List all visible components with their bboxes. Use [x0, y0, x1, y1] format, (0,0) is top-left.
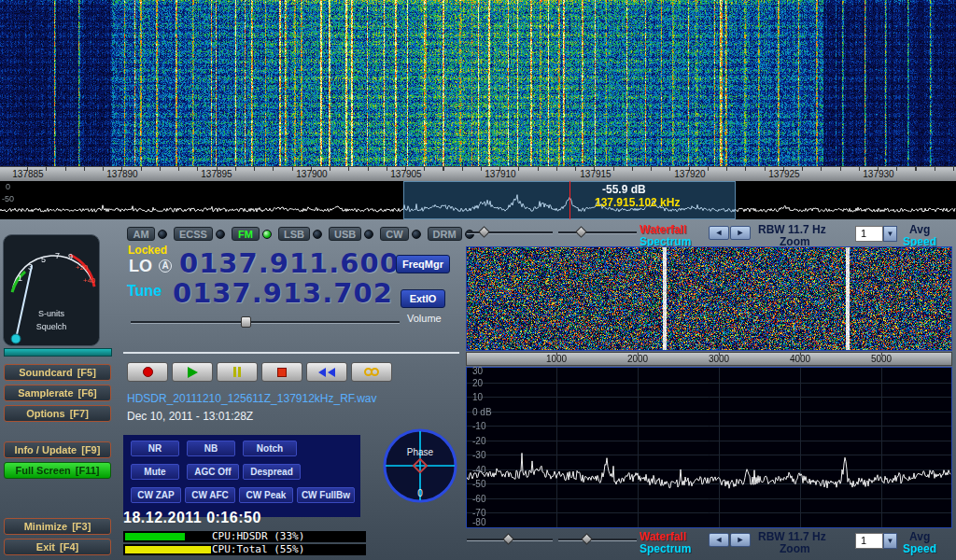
zoom-left-arrow[interactable]: ◄ — [709, 226, 729, 240]
speed-select-arrow[interactable]: ▼ — [883, 226, 897, 242]
freqmgr-button[interactable]: FreqMgr — [396, 255, 450, 273]
audio-frequency-scale[interactable]: 1000 2000 3000 4000 5000 — [466, 352, 952, 366]
zoom-left-arrow[interactable]: ◄ — [709, 533, 729, 547]
speed-select[interactable]: 1 — [855, 533, 883, 549]
cw-peak-button[interactable]: CW Peak — [239, 487, 293, 503]
rf-waterfall-display[interactable] — [0, 0, 956, 166]
db-tick: 0 dB — [472, 407, 492, 417]
volume-label: Volume — [407, 313, 442, 324]
hdsdr-window: 137885 137890 137895 137900 137905 13791… — [0, 0, 956, 560]
mode-cw-button[interactable]: CW — [380, 227, 408, 241]
mode-ecss-led — [216, 230, 225, 239]
volume-slider[interactable] — [131, 315, 400, 329]
freq-tick: 137900 — [296, 169, 327, 179]
minimize-button[interactable]: Minimize[F3] — [4, 518, 111, 535]
audio-freq-tick: 2000 — [627, 354, 648, 364]
pause-button[interactable] — [217, 362, 258, 382]
mode-am-led — [158, 230, 167, 239]
slider-thumb[interactable] — [502, 533, 514, 545]
audio-waterfall-display[interactable] — [467, 247, 951, 350]
slider-thumb[interactable] — [575, 226, 587, 238]
zoom-right-arrow[interactable]: ► — [730, 226, 751, 240]
slider-thumb[interactable] — [478, 226, 490, 238]
options-button[interactable]: Options[F7] — [4, 405, 111, 422]
notch-button[interactable]: Notch — [243, 441, 297, 456]
freq-tick: 137910 — [485, 169, 515, 179]
spectrum-label: Spectrum — [640, 542, 691, 555]
nb-button[interactable]: NB — [187, 441, 235, 456]
mode-ecss-button[interactable]: ECSS — [174, 227, 213, 241]
rewind-icon — [328, 368, 335, 377]
mode-fm-led — [262, 230, 272, 239]
separator-line — [123, 352, 459, 354]
nr-button[interactable]: NR — [131, 441, 179, 456]
contrast-slider[interactable] — [558, 533, 637, 546]
tune-cursor-line — [569, 181, 570, 219]
speed-select[interactable]: 1 — [855, 226, 883, 242]
waterfall-controls-bottom: Waterfall Spectrum ◄ ► RBW 11.7 Hz Zoom … — [464, 530, 956, 554]
contrast-slider[interactable] — [558, 226, 637, 239]
record-button[interactable] — [127, 362, 168, 382]
squelch-level-bar[interactable] — [4, 348, 112, 357]
stop-button[interactable] — [261, 362, 302, 382]
recorder-transport — [127, 362, 392, 382]
phase-label: Phase — [407, 447, 434, 457]
mode-lsb-led — [313, 230, 322, 239]
rf-spectrum-strip[interactable]: 0 -50 -55.9 dB 137.915.102 kHz — [0, 181, 956, 219]
mute-button[interactable]: Mute — [131, 464, 179, 480]
exit-button[interactable]: Exit[F4] — [4, 539, 111, 555]
db-tick: 30 — [472, 366, 483, 376]
button-label: Samplerate — [18, 387, 73, 399]
smeter-tick: 7 — [55, 251, 60, 260]
play-button[interactable] — [172, 362, 213, 382]
audio-freq-tick: 1000 — [546, 354, 567, 364]
extio-button[interactable]: ExtIO — [401, 289, 445, 308]
audio-waterfall-frame — [466, 246, 952, 351]
brightness-slider[interactable] — [467, 226, 553, 239]
mode-fm-button[interactable]: FM — [232, 227, 260, 241]
cw-afc-button[interactable]: CW AFC — [185, 487, 235, 503]
cpu-hdsdr-meter: CPU:HDSDR (33%) — [123, 531, 366, 542]
agc-button[interactable]: AGC Off — [187, 464, 239, 480]
volume-slider-thumb[interactable] — [241, 316, 251, 328]
fullscreen-button[interactable]: Full Screen[F11] — [4, 462, 111, 479]
loop-icon — [371, 368, 379, 376]
strip-axis-label: -50 — [2, 194, 14, 203]
button-label: Info / Update — [15, 444, 77, 455]
waterfall-label: Waterfall — [640, 530, 686, 543]
cpu-total-meter: CPU:Total (55%) — [123, 544, 366, 555]
lo-frequency-display[interactable]: 0137.911.600 — [179, 247, 400, 279]
cw-zap-button[interactable]: CW ZAP — [131, 487, 181, 503]
info-update-button[interactable]: Info / Update[F9] — [4, 441, 111, 458]
samplerate-button[interactable]: Samplerate[F6] — [4, 385, 111, 401]
button-fkey: [F4] — [60, 541, 78, 553]
smeter-tick: +20 — [76, 263, 89, 272]
locked-indicator: Locked — [128, 244, 167, 257]
db-tick: -30 — [472, 450, 485, 460]
button-fkey: [F3] — [72, 521, 91, 532]
despread-button[interactable]: Despread — [243, 464, 301, 480]
mode-usb-button[interactable]: USB — [329, 227, 361, 241]
brightness-slider[interactable] — [467, 533, 553, 546]
slider-thumb[interactable] — [581, 533, 593, 545]
band-a-toggle[interactable]: A — [159, 259, 172, 273]
lo-label: LO — [129, 257, 152, 276]
audio-spectrum-display[interactable] — [467, 368, 951, 527]
loop-button[interactable] — [351, 362, 392, 382]
zoom-right-arrow[interactable]: ► — [730, 533, 751, 547]
speed-select-arrow[interactable]: ▼ — [883, 533, 897, 549]
soundcard-button[interactable]: Soundcard[F5] — [4, 364, 111, 381]
freq-tick: 137920 — [674, 169, 705, 179]
rf-frequency-scale[interactable]: 137885 137890 137895 137900 137905 13791… — [0, 166, 956, 181]
volume-slider-track[interactable] — [131, 321, 400, 324]
rewind-button[interactable] — [306, 362, 347, 382]
cw-fullbw-button[interactable]: CW FullBw — [297, 487, 355, 503]
tune-frequency-display[interactable]: 0137.913.702 — [173, 277, 393, 309]
clock-display: 18.12.2011 0:16:50 — [123, 510, 261, 526]
avg-label: Avg — [909, 530, 930, 543]
mode-lsb-button[interactable]: LSB — [278, 227, 310, 241]
mode-drm-button[interactable]: DRM — [428, 227, 462, 241]
mode-am-button[interactable]: AM — [127, 227, 155, 241]
db-tick: -40 — [472, 465, 485, 475]
s-meter[interactable]: 1 3 5 7 9 +20 +40 S-units Squelch — [3, 234, 100, 346]
